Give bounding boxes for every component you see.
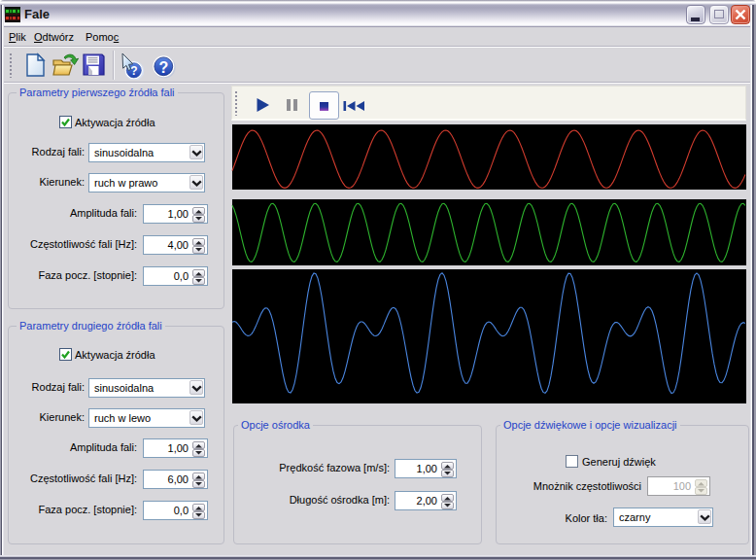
svg-text:?: ?	[130, 64, 137, 78]
svg-text:?: ?	[158, 59, 168, 76]
